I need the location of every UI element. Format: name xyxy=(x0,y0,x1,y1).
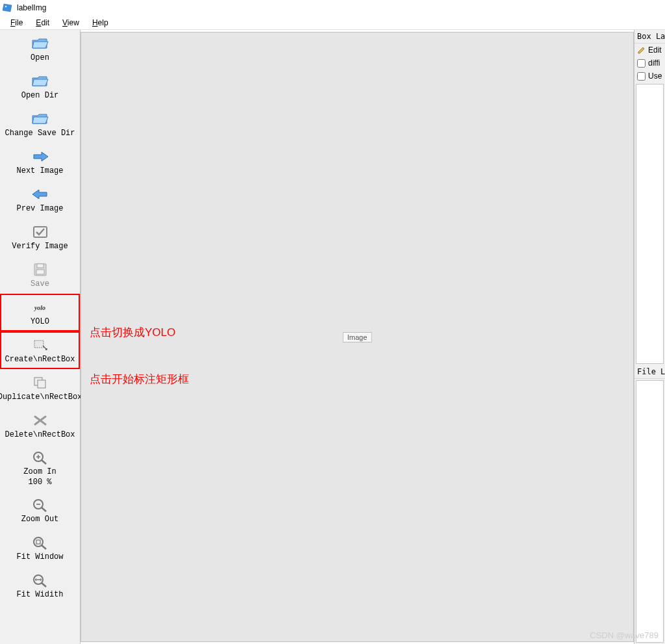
svg-line-10 xyxy=(42,460,46,464)
folder-icon xyxy=(31,74,49,88)
svg-rect-6 xyxy=(34,341,44,348)
fit-window-button[interactable]: Fit Window xyxy=(0,529,80,567)
menu-file[interactable]: File xyxy=(4,17,29,29)
svg-point-16 xyxy=(34,537,43,547)
svg-marker-0 xyxy=(3,4,12,12)
prev-image-button[interactable]: Prev Image xyxy=(0,181,80,218)
window-title: labelImg xyxy=(17,3,46,12)
folder-save-icon xyxy=(31,112,49,126)
change-save-dir-button[interactable]: Change Save Dir xyxy=(0,105,80,143)
change-save-dir-label: Change Save Dir xyxy=(5,129,75,138)
verify-image-button[interactable]: Verify Image xyxy=(0,218,80,256)
delete-icon xyxy=(31,413,49,428)
fit-window-icon xyxy=(31,535,49,550)
right-panel: Box Labe Edit diffi Use File Lis xyxy=(634,30,665,644)
create-rectbox-label: Create\nRectBox xyxy=(5,355,75,364)
format-toggle-button[interactable]: yolo YOLO xyxy=(0,294,80,331)
save-icon xyxy=(31,263,49,277)
zoom-in-label: Zoom In xyxy=(23,467,56,476)
difficult-checkbox[interactable] xyxy=(637,59,646,68)
fit-width-button[interactable]: Fit Widith xyxy=(0,567,80,604)
fit-width-label: Fit Widith xyxy=(16,590,63,599)
yolo-format-icon: yolo xyxy=(31,300,49,315)
duplicate-icon xyxy=(31,376,49,390)
verify-image-label: Verify Image xyxy=(12,242,68,251)
app-icon xyxy=(3,3,13,13)
svg-rect-4 xyxy=(37,264,44,268)
difficult-checkbox-row[interactable]: diffi xyxy=(634,57,665,70)
menu-help[interactable]: Help xyxy=(86,17,115,29)
svg-line-20 xyxy=(42,583,46,587)
fit-window-label: Fit Window xyxy=(16,552,63,561)
fit-width-icon xyxy=(31,573,49,587)
svg-line-17 xyxy=(42,545,46,549)
svg-point-1 xyxy=(5,6,6,7)
zoom-level: 100 % xyxy=(28,478,51,487)
folder-open-icon xyxy=(31,36,49,51)
open-dir-button[interactable]: Open Dir xyxy=(0,68,80,105)
file-list-header: File Lis xyxy=(634,365,665,379)
box-labels-header: Box Labe xyxy=(634,30,665,44)
zoom-in-icon xyxy=(31,450,49,465)
zoom-out-label: Zoom Out xyxy=(21,515,59,524)
menu-view[interactable]: View xyxy=(56,17,86,29)
zoom-out-button[interactable]: Zoom Out xyxy=(0,491,80,529)
create-rectbox-button[interactable]: Create\nRectBox xyxy=(0,331,80,369)
difficult-label: diffi xyxy=(648,58,660,68)
use-default-label: Use xyxy=(648,71,662,81)
canvas-placeholder: Image xyxy=(343,332,372,342)
use-default-checkbox-row[interactable]: Use xyxy=(634,70,665,83)
format-label: YOLO xyxy=(31,317,49,326)
delete-rectbox-label: Delete\nRectBox xyxy=(5,430,75,439)
open-button[interactable]: Open xyxy=(0,30,80,68)
svg-rect-8 xyxy=(38,380,45,388)
prev-image-label: Prev Image xyxy=(16,204,63,213)
open-label: Open xyxy=(31,53,49,62)
zoom-in-button[interactable]: Zoom In 100 % xyxy=(0,444,80,491)
duplicate-rectbox-button[interactable]: Duplicate\nRectBox xyxy=(0,369,80,407)
arrow-right-icon xyxy=(31,149,49,164)
open-dir-label: Open Dir xyxy=(21,91,59,100)
svg-line-14 xyxy=(42,508,46,511)
arrow-left-icon xyxy=(31,187,49,201)
watermark: CSDN @wave789 xyxy=(590,630,659,640)
file-list[interactable] xyxy=(636,380,664,643)
verify-icon xyxy=(31,225,49,239)
edit-label-button[interactable]: Edit xyxy=(634,44,665,57)
annotation-rect: 点击开始标注矩形框 xyxy=(90,372,189,387)
next-image-label: Next Image xyxy=(16,166,63,175)
labels-list[interactable] xyxy=(636,84,664,364)
pencil-icon xyxy=(637,45,646,55)
svg-rect-18 xyxy=(36,540,40,544)
menu-edit[interactable]: Edit xyxy=(29,17,56,29)
zoom-out-icon xyxy=(31,498,49,512)
save-label: Save xyxy=(31,279,49,289)
delete-rectbox-button[interactable]: Delete\nRectBox xyxy=(0,407,80,444)
use-default-checkbox[interactable] xyxy=(637,72,646,81)
left-toolbar: Open Open Dir Change Save Dir Next Image xyxy=(0,30,81,644)
save-button[interactable]: Save xyxy=(0,256,80,294)
menu-bar: File Edit View Help xyxy=(0,16,665,30)
annotation-yolo: 点击切换成YOLO xyxy=(90,325,175,340)
title-bar: labelImg xyxy=(0,0,665,16)
create-rect-icon xyxy=(31,338,49,352)
duplicate-rectbox-label: Duplicate\nRectBox xyxy=(0,393,82,402)
next-image-button[interactable]: Next Image xyxy=(0,143,80,181)
svg-rect-5 xyxy=(36,270,44,274)
